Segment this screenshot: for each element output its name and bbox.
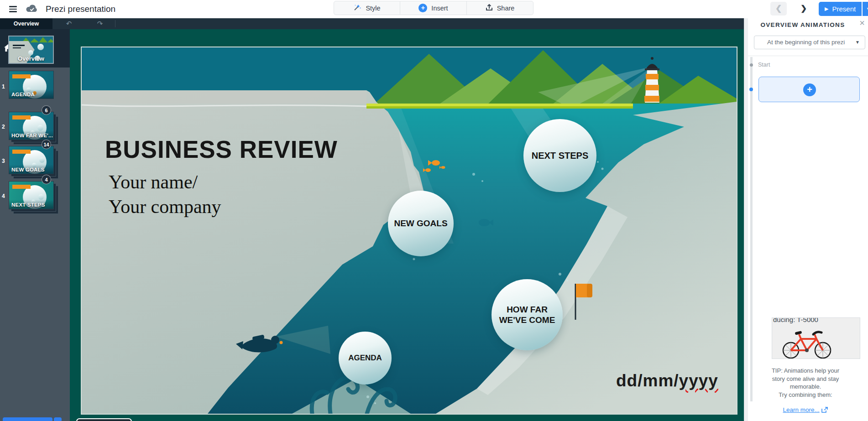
overview-thumbnail-label: Overview [9, 55, 53, 62]
add-animation-dropzone[interactable]: + [758, 77, 860, 102]
present-button[interactable]: ▶ Present [819, 2, 862, 16]
undo-icon[interactable]: ↶ [63, 19, 75, 29]
animations-panel: OVERVIEW ANIMATIONS × At the beginning o… [748, 18, 868, 421]
topic-thumbnail-how-far[interactable]: 6 HOW FAR WE'... [9, 112, 54, 140]
toolbar-button-group: Style + Insert Share [334, 1, 533, 15]
next-view-button[interactable]: ❯ [798, 2, 810, 16]
byline-line2: Your company [109, 194, 221, 219]
present-dropdown-button[interactable]: ▼ [863, 2, 868, 16]
toolbar-divider [115, 20, 115, 27]
how-far-line2: WE'VE COME [499, 315, 555, 325]
tip-text: TIP: Animations help your story come ali… [748, 367, 863, 399]
topic-label: NEXT STEPS [11, 202, 45, 208]
timeline-start-dot [750, 63, 753, 67]
tip-line: TIP: Animations help your [748, 367, 863, 375]
add-animation-plus-icon: + [803, 83, 816, 96]
share-upload-icon [486, 4, 493, 13]
topic-thumbnail-next-steps[interactable]: 4 NEXT STEPS [9, 181, 54, 209]
present-button-group: ▶ Present ▼ [819, 2, 868, 16]
animation-demo-image: ducing: T-5000 [772, 317, 860, 359]
byline-line1: Your name/ [109, 170, 221, 194]
subtopic-count-badge: 4 [42, 175, 51, 184]
topic-label: HOW FAR WE'... [11, 133, 53, 138]
panel-divider [748, 56, 868, 56]
topic-circle-agenda[interactable]: AGENDA [339, 332, 392, 385]
topic-thumbnail-new-goals[interactable]: 14 NEW GOALS [9, 146, 54, 174]
topic-number: 4 [2, 193, 7, 199]
dropdown-value: At the beginning of this prezi [767, 39, 845, 46]
slide-byline[interactable]: Your name/ Your company [109, 170, 221, 219]
waterline [366, 104, 633, 109]
mini-title-line2 [13, 47, 21, 48]
animation-scope-dropdown[interactable]: At the beginning of this prezi ▼ [754, 36, 865, 49]
topic-thumbnail-agenda[interactable]: AGENDA [9, 71, 54, 99]
panel-title: OVERVIEW ANIMATIONS [748, 21, 858, 28]
panel-scrollbar-gutter[interactable] [744, 18, 748, 421]
timeline-step-dot [749, 88, 753, 91]
close-icon[interactable]: × [857, 18, 867, 28]
subtopic-count-badge: 14 [42, 140, 51, 149]
topic-number: 3 [2, 158, 7, 164]
previous-view-button[interactable]: ❮ [770, 2, 787, 16]
magic-wand-icon [353, 3, 361, 13]
share-button[interactable]: Share [467, 1, 533, 15]
animation-timeline-track [750, 57, 753, 401]
prezi-editor: Prezi presentation Style + Insert Share … [0, 0, 868, 421]
mini-topic-bar [12, 74, 31, 78]
external-link-icon [821, 407, 828, 413]
insert-plus-icon: + [418, 4, 427, 12]
sidebar-bottom-button-small[interactable] [54, 417, 62, 421]
mini-title-line [13, 45, 25, 46]
topic-number: 1 [2, 83, 7, 90]
topic-circle-next-steps[interactable]: NEXT STEPS [523, 119, 596, 192]
mini-topic-bar [12, 150, 31, 154]
slide-date[interactable]: dd/mm/yyyy [616, 371, 718, 390]
topic-number: 2 [2, 124, 7, 130]
share-button-label: Share [497, 5, 515, 12]
mini-dot [38, 194, 44, 200]
overview-thumbnail[interactable]: Overview [8, 36, 54, 64]
insert-button-label: Insert [431, 5, 448, 12]
canvas-bottom-control[interactable] [76, 418, 132, 421]
style-button[interactable]: Style [334, 1, 400, 15]
date-misspelled: yyyy [679, 371, 718, 390]
topic-circle-new-goals[interactable]: NEW GOALS [388, 191, 454, 256]
slide-title[interactable]: BUSINESS REVIEW [105, 135, 338, 163]
present-button-label: Present [832, 5, 856, 13]
tip-line: story come alive and stay [748, 375, 863, 383]
topic-circle-how-far[interactable]: HOW FAR WE'VE COME [492, 279, 563, 350]
learn-more-label: Learn more... [783, 406, 819, 413]
tip-line: memorable. [748, 383, 863, 391]
learn-more-link[interactable]: Learn more... [748, 406, 863, 413]
play-icon: ▶ [825, 6, 828, 12]
topic-label: NEW GOALS [11, 167, 45, 172]
bicycle-illustration [776, 325, 844, 359]
mini-circle [37, 44, 44, 50]
editor-tab-bar: Overview ↶ ↷ [0, 18, 744, 29]
top-bar: Prezi presentation Style + Insert Share … [0, 0, 868, 18]
mini-circle [28, 50, 33, 55]
subtopic-count-badge: 6 [42, 105, 51, 115]
style-button-label: Style [366, 5, 380, 12]
start-label: Start [758, 62, 770, 68]
tip-line: Try combining them: [748, 391, 863, 399]
redo-icon[interactable]: ↷ [94, 19, 106, 29]
insert-button[interactable]: + Insert [400, 1, 467, 15]
document-title[interactable]: Prezi presentation [46, 4, 115, 14]
chevron-down-icon: ▼ [855, 36, 860, 49]
cloud-sync-icon [26, 4, 38, 16]
sidebar-bottom-button[interactable] [3, 417, 52, 421]
how-far-line1: HOW FAR [499, 304, 555, 315]
mini-topic-bar [12, 115, 31, 120]
hamburger-menu-icon[interactable] [9, 6, 17, 12]
mini-dot [39, 157, 45, 163]
demo-caption: ducing: T-5000 [773, 317, 818, 323]
topic-label: AGENDA [11, 92, 35, 97]
topic-sidebar: 1 AGENDA 2 6 HOW FAR WE'... [0, 68, 70, 421]
mini-topic-bar [12, 185, 31, 189]
date-prefix: dd/mm/ [616, 371, 679, 390]
tab-overview[interactable]: Overview [0, 18, 52, 29]
